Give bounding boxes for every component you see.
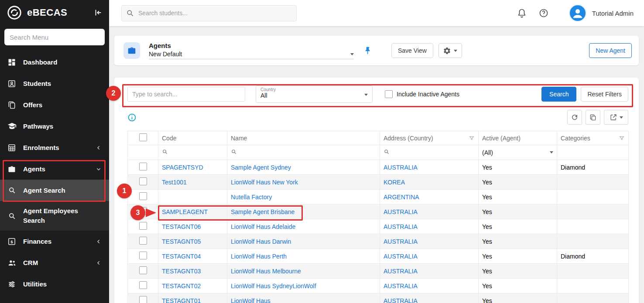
agent-name-link[interactable]: Sample Agent Brisbane <box>231 208 295 215</box>
student-search-input[interactable] <box>121 5 297 21</box>
pin-icon[interactable] <box>363 46 372 55</box>
table-row[interactable]: TESTAGNT01LionWolf HausAUSTRALIAYes <box>128 293 629 303</box>
sidebar-item-agent-employees-search[interactable]: Agent Employees Search <box>0 201 109 231</box>
sidebar-item-finances[interactable]: $ Finances <box>0 231 109 252</box>
row-checkbox[interactable] <box>139 222 147 230</box>
table-row[interactable]: TESTAGNT02LionWolf Haus SydneyLionWolfAU… <box>128 279 629 293</box>
row-checkbox[interactable] <box>139 266 147 274</box>
sidebar-item-offers[interactable]: Offers <box>0 94 109 116</box>
agent-code-link[interactable]: TESTAGNT04 <box>162 253 201 260</box>
user-menu[interactable]: Tutorial Admin <box>569 4 634 22</box>
agent-code-link[interactable]: Test1001 <box>162 179 187 186</box>
sidebar-item-label: Agents <box>23 165 45 173</box>
menu-search-input[interactable] <box>4 29 105 45</box>
reset-filters-button[interactable]: Reset Filters <box>581 87 628 102</box>
agent-country-link[interactable]: AUSTRALIA <box>384 253 418 260</box>
agent-country-link[interactable]: AUSTRALIA <box>384 297 418 303</box>
row-checkbox[interactable] <box>139 237 147 245</box>
agent-country-link[interactable]: ARGENTINA <box>384 194 419 201</box>
name-filter-cell[interactable] <box>227 145 380 160</box>
sidebar-item-crm[interactable]: CRM <box>0 252 109 273</box>
row-checkbox[interactable] <box>139 177 147 185</box>
agent-code-link[interactable]: TESTAGNT02 <box>162 283 201 289</box>
agent-name-link[interactable]: LionWolf Haus New York <box>231 179 298 186</box>
agent-name-link[interactable]: Nutella Factory <box>231 194 272 201</box>
export-button[interactable] <box>604 110 628 125</box>
table-row[interactable]: TESTAGNT05LionWolf Haus DarwinAUSTRALIAY… <box>128 234 629 249</box>
table-row[interactable]: TESTAGNT04LionWolf Haus PerthAUSTRALIAYe… <box>128 249 629 264</box>
row-checkbox[interactable] <box>139 163 147 170</box>
refresh-button[interactable] <box>567 110 582 125</box>
table-row[interactable]: TESTAGNT06LionWolf Haus AdelaideAUSTRALI… <box>128 219 629 234</box>
row-checkbox[interactable] <box>139 192 147 200</box>
active-filter-cell[interactable]: (All) <box>479 145 557 160</box>
save-view-button[interactable]: Save View <box>391 43 433 58</box>
column-header-address[interactable]: Address (Country) <box>380 131 479 145</box>
info-icon[interactable] <box>127 113 137 122</box>
categories-filter-cell[interactable] <box>557 145 629 160</box>
column-header-active[interactable]: Active (Agent) <box>479 131 557 145</box>
gear-icon <box>443 47 451 55</box>
table-row[interactable]: SAMPLEAGENTSample Agent BrisbaneAUSTRALI… <box>128 204 629 219</box>
row-checkbox[interactable] <box>139 252 147 259</box>
chevron-left-icon <box>95 238 102 245</box>
collapse-sidebar-icon[interactable] <box>93 8 103 17</box>
help-icon[interactable] <box>538 8 549 18</box>
agent-country-link[interactable]: AUSTRALIA <box>384 164 418 171</box>
filter-funnel-icon[interactable] <box>619 135 625 141</box>
agent-name-link[interactable]: LionWolf Haus <box>231 297 271 303</box>
sidebar-item-enrolments[interactable]: Enrolments <box>0 137 109 158</box>
agent-country-link[interactable]: AUSTRALIA <box>384 223 418 230</box>
row-checkbox[interactable] <box>139 296 147 303</box>
address-filter-cell[interactable] <box>380 145 479 160</box>
agent-code-link[interactable]: TESTAGNT06 <box>162 223 201 230</box>
page-title: Agents <box>149 42 354 49</box>
agent-name-link[interactable]: LionWolf Haus Perth <box>231 253 287 260</box>
agent-country-link[interactable]: AUSTRALIA <box>384 283 418 289</box>
table-row[interactable]: Test1001LionWolf Haus New YorkKOREAYes <box>128 175 629 190</box>
agent-name-link[interactable]: LionWolf Haus SydneyLionWolf <box>231 283 316 289</box>
table-row[interactable]: SPAGENTSYDSample Agent SydneyAUSTRALIAYe… <box>128 160 629 175</box>
agent-code-link[interactable]: TESTAGNT01 <box>162 297 201 303</box>
sidebar-item-students[interactable]: Students <box>0 73 109 94</box>
row-checkbox[interactable] <box>139 281 147 289</box>
table-row[interactable]: Nutella FactoryARGENTINAYes <box>128 190 629 204</box>
agent-code-link[interactable]: SPAGENTSYD <box>162 164 203 171</box>
agent-country-link[interactable]: AUSTRALIA <box>384 208 418 215</box>
country-select[interactable]: Country All <box>256 85 373 103</box>
sidebar-item-label: Students <box>23 80 51 87</box>
sidebar-item-dashboard[interactable]: Dashboard <box>0 51 109 73</box>
agent-name-link[interactable]: Sample Agent Sydney <box>231 164 291 171</box>
filter-funnel-icon[interactable] <box>469 135 475 141</box>
view-settings-button[interactable] <box>438 43 462 58</box>
new-agent-button[interactable]: New Agent <box>589 43 632 58</box>
table-row[interactable]: TESTAGNT03LionWolf Haus MelbourneAUSTRAL… <box>128 264 629 279</box>
sidebar-item-agents[interactable]: Agents <box>0 158 109 180</box>
agent-code-link[interactable]: TESTAGNT05 <box>162 238 201 245</box>
copy-button[interactable] <box>586 110 600 125</box>
sidebar-item-pathways[interactable]: Pathways <box>0 116 109 137</box>
code-filter-cell[interactable] <box>158 145 227 160</box>
agent-country-link[interactable]: KOREA <box>384 179 405 186</box>
include-inactive-checkbox[interactable] <box>385 90 393 98</box>
select-all-checkbox[interactable] <box>139 133 147 141</box>
agent-name-link[interactable]: LionWolf Haus Adelaide <box>231 223 295 230</box>
search-icon <box>384 149 390 155</box>
agent-code-link[interactable]: TESTAGNT03 <box>162 268 201 275</box>
bell-icon[interactable] <box>517 8 527 18</box>
column-header-categories[interactable]: Categories <box>557 131 629 145</box>
agent-code-link[interactable]: SAMPLEAGENT <box>162 208 208 215</box>
agent-country-link[interactable]: AUSTRALIA <box>384 238 418 245</box>
agent-active-value: Yes <box>482 297 492 303</box>
grid-search-input[interactable] <box>127 87 245 102</box>
sidebar-item-utilities[interactable]: Utilities <box>0 273 109 295</box>
view-select[interactable]: New Default <box>149 51 354 59</box>
agent-name-link[interactable]: LionWolf Haus Melbourne <box>231 268 301 275</box>
sidebar-item-label: Enrolments <box>23 144 59 151</box>
agent-name-link[interactable]: LionWolf Haus Darwin <box>231 238 291 245</box>
column-header-name[interactable]: Name <box>227 131 380 145</box>
column-header-code[interactable]: Code <box>158 131 227 145</box>
sidebar-item-agent-search[interactable]: Agent Search <box>0 180 109 201</box>
agent-country-link[interactable]: AUSTRALIA <box>384 268 418 275</box>
search-button[interactable]: Search <box>541 87 576 102</box>
